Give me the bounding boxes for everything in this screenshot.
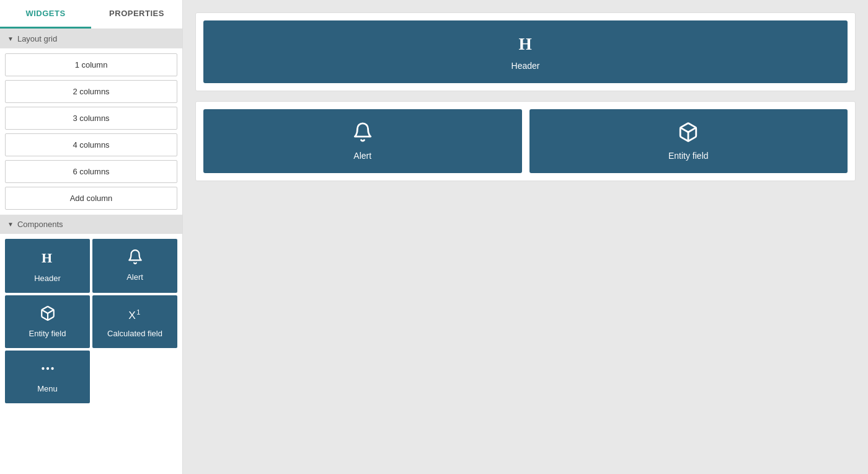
svg-text:X: X bbox=[128, 309, 136, 321]
calc-icon: X 1 bbox=[127, 305, 143, 324]
canvas-alert-widget[interactable]: Alert bbox=[203, 109, 522, 173]
layout-grid-label: Layout grid bbox=[17, 34, 57, 43]
canvas-box-icon bbox=[678, 122, 699, 147]
component-label-calculated-field: Calculated field bbox=[107, 329, 162, 338]
tab-properties[interactable]: PROPERTIES bbox=[91, 0, 182, 29]
layout-grid-arrow-icon: ▼ bbox=[7, 35, 14, 42]
canvas-header-icon: H bbox=[516, 33, 536, 57]
btn-add-column[interactable]: Add column bbox=[5, 187, 177, 210]
svg-text:1: 1 bbox=[136, 308, 140, 316]
canvas-row-2-inner: Alert Entity field bbox=[203, 109, 848, 173]
svg-point-5 bbox=[46, 367, 48, 370]
header-icon: H bbox=[39, 249, 56, 269]
svg-text:H: H bbox=[42, 250, 52, 266]
canvas-row-2: Alert Entity field bbox=[195, 101, 856, 181]
sidebar-content: ▼ Layout grid 1 column 2 columns 3 colum… bbox=[0, 29, 182, 474]
btn-4-columns[interactable]: 4 columns bbox=[5, 133, 177, 156]
component-label-menu: Menu bbox=[37, 384, 58, 393]
bell-icon bbox=[127, 249, 143, 267]
canvas-row-1-inner: H Header bbox=[203, 20, 848, 83]
components-grid: H Header Alert bbox=[0, 234, 182, 408]
btn-3-columns[interactable]: 3 columns bbox=[5, 107, 177, 130]
layout-grid-section-header[interactable]: ▼ Layout grid bbox=[0, 29, 182, 48]
canvas-header-label: Header bbox=[512, 61, 540, 71]
canvas-header-widget[interactable]: H Header bbox=[203, 20, 848, 83]
box-icon bbox=[40, 305, 56, 324]
component-btn-menu[interactable]: Menu bbox=[5, 351, 90, 403]
canvas-row-1: H Header bbox=[195, 12, 856, 91]
btn-2-columns[interactable]: 2 columns bbox=[5, 80, 177, 103]
component-label-alert: Alert bbox=[126, 272, 143, 282]
menu-dots-icon bbox=[40, 360, 56, 379]
btn-6-columns[interactable]: 6 columns bbox=[5, 160, 177, 183]
svg-point-4 bbox=[42, 367, 44, 370]
component-btn-header[interactable]: H Header bbox=[5, 239, 90, 293]
canvas-entity-field-label: Entity field bbox=[668, 151, 709, 161]
btn-1-column[interactable]: 1 column bbox=[5, 53, 177, 76]
component-btn-calculated-field[interactable]: X 1 Calculated field bbox=[92, 295, 177, 348]
canvas-bell-icon bbox=[352, 122, 373, 147]
svg-text:H: H bbox=[518, 35, 531, 53]
canvas-entity-field-widget[interactable]: Entity field bbox=[529, 109, 848, 173]
layout-grid-buttons: 1 column 2 columns 3 columns 4 columns 6… bbox=[0, 48, 182, 215]
components-label: Components bbox=[17, 220, 63, 229]
component-btn-alert[interactable]: Alert bbox=[92, 239, 177, 293]
main-canvas: H Header Alert bbox=[183, 0, 868, 474]
component-label-entity-field: Entity field bbox=[29, 329, 66, 338]
tab-widgets[interactable]: WIDGETS bbox=[0, 0, 91, 29]
components-arrow-icon: ▼ bbox=[7, 221, 14, 228]
component-btn-entity-field[interactable]: Entity field bbox=[5, 295, 90, 348]
components-section-header[interactable]: ▼ Components bbox=[0, 215, 182, 234]
sidebar: WIDGETS PROPERTIES ▼ Layout grid 1 colum… bbox=[0, 0, 183, 474]
svg-point-6 bbox=[51, 367, 53, 370]
component-label-header: Header bbox=[34, 274, 61, 283]
sidebar-tabs: WIDGETS PROPERTIES bbox=[0, 0, 182, 29]
canvas-alert-label: Alert bbox=[353, 151, 371, 161]
